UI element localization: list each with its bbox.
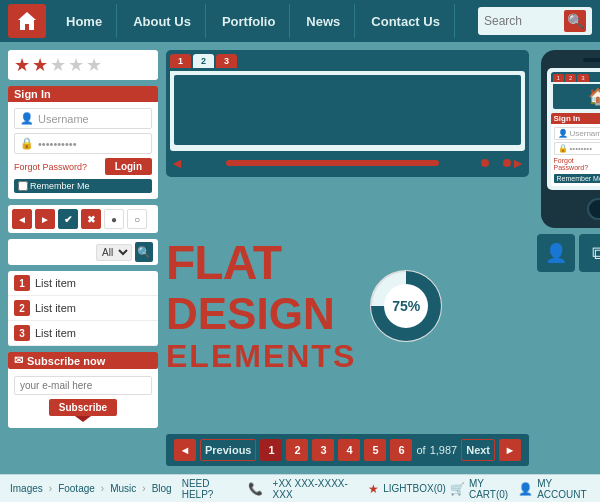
search-filter-select[interactable]: All <box>96 244 132 261</box>
list-item-1: 1 List item <box>8 271 158 296</box>
radio-empty-btn[interactable]: ○ <box>127 209 147 229</box>
remember-me[interactable]: Remember Me <box>14 179 152 193</box>
mini-search-button[interactable]: 🔍 <box>135 242 153 262</box>
page-1[interactable]: 1 <box>260 439 282 461</box>
star-1[interactable]: ★ <box>14 54 30 76</box>
remember-checkbox[interactable] <box>18 181 28 191</box>
pagination-prev[interactable]: ◄ <box>174 439 196 461</box>
main-content: ★ ★ ★ ★ ★ Sign In 👤 Username 🔒 •••••••••… <box>0 42 600 474</box>
svg-marker-0 <box>18 12 36 30</box>
nav-dot-3[interactable] <box>503 159 511 167</box>
mini-search-input[interactable] <box>13 246 93 258</box>
search-input[interactable] <box>484 14 564 28</box>
browser-content <box>170 71 525 151</box>
phone-user-icon: 👤 <box>558 129 568 138</box>
nav-item-contact[interactable]: Contact Us <box>357 4 455 38</box>
browser-next-arrow[interactable]: ► <box>511 155 525 171</box>
phone-tab-2[interactable]: 2 <box>565 74 576 82</box>
page-2[interactable]: 2 <box>286 439 308 461</box>
phone-speaker <box>583 58 600 62</box>
link-images[interactable]: Images <box>10 483 43 494</box>
cart-label[interactable]: MY CART(0) <box>469 478 514 500</box>
phone-mini-tabs: 1 2 3 <box>551 72 600 82</box>
left-panel: ★ ★ ★ ★ ★ Sign In 👤 Username 🔒 •••••••••… <box>8 50 158 466</box>
page-6[interactable]: 6 <box>390 439 412 461</box>
star-5[interactable]: ★ <box>86 54 102 76</box>
lock-icon: 🔒 <box>20 137 34 150</box>
username-field[interactable]: 👤 Username <box>14 108 152 129</box>
controls-row: ◄ ► ✔ ✖ ● ○ <box>8 205 158 233</box>
list-label-2: List item <box>35 302 76 314</box>
subscribe-email-input[interactable] <box>14 376 152 395</box>
subscribe-widget: ✉ Subscribe now Subscribe <box>8 352 158 428</box>
account-label[interactable]: MY ACCOUNT <box>537 478 590 500</box>
pagination-next-label[interactable]: Next <box>461 439 495 461</box>
home-icon <box>16 10 38 32</box>
phone-tab-3[interactable]: 3 <box>577 74 588 82</box>
bottom-links: Images › Footage › Music › Blog <box>10 483 172 494</box>
login-widget: Sign In 👤 Username 🔒 •••••••••• Forgot P… <box>8 86 158 199</box>
page-4[interactable]: 4 <box>338 439 360 461</box>
nav-item-portfolio[interactable]: Portfolio <box>208 4 290 38</box>
nav-dot-1[interactable] <box>481 159 489 167</box>
lightbox-label[interactable]: LIGHTBOX(0) <box>383 483 446 494</box>
phone-password-text: •••••••• <box>570 144 592 153</box>
browser-tab-3[interactable]: 3 <box>216 54 237 68</box>
subscribe-button[interactable]: Subscribe <box>49 399 117 416</box>
phone-home-button[interactable] <box>587 198 600 220</box>
page-5[interactable]: 5 <box>364 439 386 461</box>
cart-icon: 🛒 <box>450 482 465 496</box>
prev-btn[interactable]: ◄ <box>12 209 32 229</box>
phone-mini-browser: 1 2 3 🏠 <box>551 72 600 111</box>
link-music[interactable]: Music <box>110 483 136 494</box>
pagination-prev-label[interactable]: Previous <box>200 439 256 461</box>
pagination-next[interactable]: ► <box>499 439 521 461</box>
copy-icon-btn[interactable]: ⧉ <box>579 234 600 272</box>
browser-tab-1[interactable]: 1 <box>170 54 191 68</box>
page-3[interactable]: 3 <box>312 439 334 461</box>
middle-panel: 1 2 3 ◄ ► FLAT DESIGN <box>166 50 529 466</box>
login-button[interactable]: Login <box>105 158 152 175</box>
link-footage[interactable]: Footage <box>58 483 95 494</box>
star-3[interactable]: ★ <box>50 54 66 76</box>
phone-mini-content: 🏠 <box>553 84 600 109</box>
check-btn[interactable]: ✔ <box>58 209 78 229</box>
nav-item-news[interactable]: News <box>292 4 355 38</box>
search-icon[interactable]: 🔍 <box>564 10 586 32</box>
phone-icon: 📞 <box>248 482 263 496</box>
nav-item-about[interactable]: About Us <box>119 4 206 38</box>
nav-logo[interactable] <box>8 4 46 38</box>
username-placeholder: Username <box>38 113 89 125</box>
stars-widget: ★ ★ ★ ★ ★ <box>8 50 158 80</box>
star-2[interactable]: ★ <box>32 54 48 76</box>
phone-forgot[interactable]: Forgot Password? <box>554 157 600 171</box>
phone-lock-icon: 🔒 <box>558 144 568 153</box>
link-blog[interactable]: Blog <box>152 483 172 494</box>
list-num-3: 3 <box>14 325 30 341</box>
flat-design-text: FLAT DESIGN ELEMENTS <box>166 237 356 373</box>
navbar: Home About Us Portfolio News Contact Us … <box>0 0 600 42</box>
subscribe-title: Subscribe now <box>27 355 105 367</box>
close-btn[interactable]: ✖ <box>81 209 101 229</box>
forgot-link[interactable]: Forgot Password? <box>14 162 87 172</box>
search-bar: 🔍 <box>478 7 592 35</box>
user-icon: 👤 <box>20 112 34 125</box>
user-account-icon-btn[interactable]: 👤 <box>537 234 575 272</box>
browser-tab-2[interactable]: 2 <box>193 54 214 68</box>
password-field[interactable]: 🔒 •••••••••• <box>14 133 152 154</box>
browser-prev-arrow[interactable]: ◄ <box>170 155 184 171</box>
list-item-2: 2 List item <box>8 296 158 321</box>
phone-tab-1[interactable]: 1 <box>553 74 564 82</box>
subscribe-ribbon <box>75 416 91 422</box>
radio-filled-btn[interactable]: ● <box>104 209 124 229</box>
next-btn[interactable]: ► <box>35 209 55 229</box>
star-4[interactable]: ★ <box>68 54 84 76</box>
phone-username-field[interactable]: 👤 Username <box>554 127 600 140</box>
phone-password-field[interactable]: 🔒 •••••••• <box>554 142 600 155</box>
nav-item-home[interactable]: Home <box>52 4 117 38</box>
icon-row: 👤 ⧉ 🔒 <box>537 234 600 272</box>
scroll-bar[interactable] <box>226 160 439 166</box>
nav-dot-2[interactable] <box>492 159 500 167</box>
phone-username-text: Username <box>570 129 600 138</box>
phone-remember[interactable]: Remember Me <box>554 174 600 183</box>
